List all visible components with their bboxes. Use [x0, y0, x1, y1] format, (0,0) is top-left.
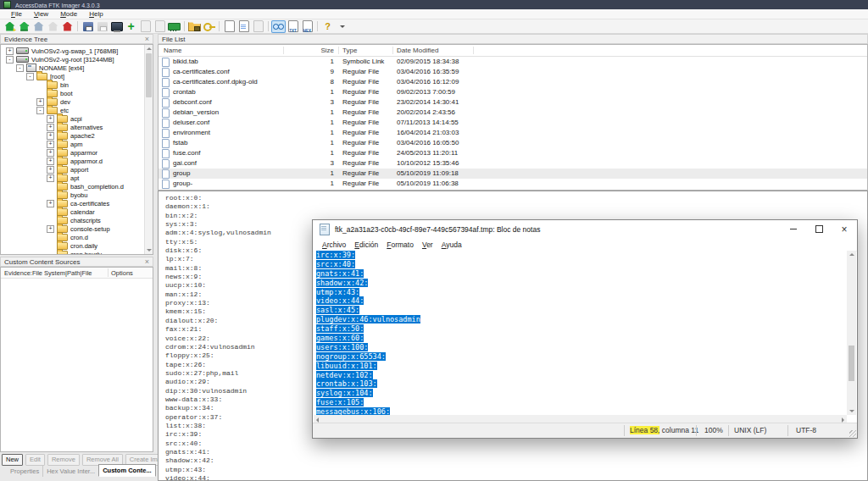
- help-button[interactable]: [320, 20, 335, 33]
- tree-expander-icon[interactable]: [6, 47, 14, 55]
- column-header-date-modified[interactable]: Date Modified: [397, 45, 438, 56]
- close-icon[interactable]: ×: [145, 258, 149, 265]
- bottom-tab[interactable]: Custom Conte...: [98, 464, 156, 477]
- column-divider[interactable]: [392, 47, 393, 54]
- menu-item[interactable]: View: [28, 10, 54, 18]
- bottom-tab[interactable]: Hex Value Inter...: [42, 466, 98, 477]
- image-mounting-button[interactable]: [31, 20, 46, 33]
- tree-item[interactable]: apache2: [1, 131, 145, 140]
- obtain-protected-files-button[interactable]: [187, 20, 202, 33]
- notepad-titlebar[interactable]: ftk_a2a31a23-c0cb-49cf-89e7-449c567394af…: [313, 220, 857, 238]
- menu-item[interactable]: Mode: [54, 10, 83, 18]
- tree-item[interactable]: console-setup: [1, 224, 145, 233]
- scroll-up-icon[interactable]: [849, 253, 854, 256]
- tree-item[interactable]: calendar: [1, 207, 145, 216]
- remove-evidence-item-button[interactable]: [46, 20, 60, 33]
- tree-expander-icon[interactable]: [36, 98, 44, 106]
- tree-expander-icon[interactable]: [47, 225, 54, 233]
- file-row[interactable]: fuse.conf 1 Regular File 24/05/2013 11:2…: [159, 148, 867, 158]
- maximize-button[interactable]: [806, 220, 832, 238]
- remove-all-evidence-items-button[interactable]: [60, 20, 75, 33]
- tree-item[interactable]: apm: [1, 140, 145, 148]
- tree-item[interactable]: cron.daily: [1, 241, 145, 250]
- scroll-thumb[interactable]: [146, 53, 152, 97]
- create-custom-content-image-button[interactable]: [138, 20, 153, 33]
- column-header-type[interactable]: Type: [342, 45, 357, 56]
- tree-item[interactable]: alternatives: [1, 123, 145, 131]
- add-evidence-item-button[interactable]: [3, 20, 17, 33]
- tree-item[interactable]: ca-certificates: [1, 199, 145, 207]
- tree-expander-icon[interactable]: [47, 132, 54, 140]
- resize-grip[interactable]: [849, 430, 856, 437]
- tree-item[interactable]: bin: [1, 80, 145, 89]
- tree-item[interactable]: apt: [1, 174, 145, 182]
- file-row[interactable]: blkid.tab 1 Symbolic Link 02/09/2015 18:…: [159, 57, 867, 67]
- menu-item[interactable]: File: [5, 10, 28, 18]
- tree-expander-icon[interactable]: [26, 73, 34, 80]
- text-mode-button[interactable]: [286, 20, 300, 33]
- tree-item[interactable]: etc: [1, 106, 145, 114]
- notepad-text-area[interactable]: irc:x:39:src:x:40:gnats:x:41:shadow:x:42…: [314, 251, 847, 415]
- tree-expander-icon[interactable]: [47, 200, 54, 207]
- scroll-down-icon[interactable]: [147, 249, 152, 252]
- create-disk-image-button[interactable]: [81, 20, 95, 33]
- file-row[interactable]: gai.conf 3 Regular File 10/10/2012 15:35…: [159, 158, 867, 169]
- toolbar-options-dropdown[interactable]: [335, 20, 349, 33]
- column-header-name[interactable]: Name: [164, 45, 181, 56]
- tree-item[interactable]: apport: [1, 165, 145, 174]
- tree-expander-icon[interactable]: [47, 166, 54, 174]
- bottom-tab[interactable]: Properties: [7, 466, 42, 477]
- custom-content-button[interactable]: Edit: [25, 454, 45, 466]
- export-disk-image-button[interactable]: [95, 20, 109, 33]
- detect-efs-encryption-button[interactable]: [202, 20, 216, 33]
- file-row[interactable]: environment 1 Regular File 16/04/2014 21…: [159, 128, 867, 138]
- tree-expander-icon[interactable]: [47, 149, 54, 157]
- menu-item[interactable]: Help: [83, 10, 108, 18]
- minimize-button[interactable]: [781, 220, 806, 238]
- notepad-vertical-scrollbar[interactable]: [847, 251, 856, 415]
- close-icon[interactable]: ×: [145, 36, 149, 42]
- column-divider[interactable]: [473, 47, 474, 54]
- notepad-menu-item[interactable]: Ver: [418, 240, 437, 249]
- tree-item[interactable]: VulnOSv2-vg-swap_1 [768MB]: [1, 47, 145, 55]
- file-row[interactable]: debconf.conf 3 Regular File 23/02/2014 1…: [159, 97, 867, 108]
- tree-expander-icon[interactable]: [6, 56, 14, 64]
- scroll-up-icon[interactable]: [147, 47, 152, 50]
- file-row[interactable]: fstab 1 Regular File 03/04/2016 16:05:50: [159, 138, 867, 148]
- column-header-options[interactable]: Options: [111, 269, 133, 277]
- scroll-thumb[interactable]: [849, 346, 854, 381]
- tree-item[interactable]: VulnOSv2-vg-root [31244MB]: [1, 55, 145, 64]
- column-divider[interactable]: [338, 47, 339, 54]
- tree-expander-icon[interactable]: [47, 124, 54, 131]
- notepad-menu-item[interactable]: Archivo: [318, 240, 350, 249]
- tree-item[interactable]: apparmor: [1, 148, 145, 157]
- notepad-menu-item[interactable]: Formato: [382, 240, 418, 249]
- tree-scrollbar[interactable]: [144, 45, 153, 254]
- tree-expander-icon[interactable]: [47, 115, 54, 123]
- tree-item[interactable]: boot: [1, 89, 145, 97]
- export-directory-listing-button[interactable]: [251, 20, 265, 33]
- add-to-custom-content-image-button[interactable]: [124, 20, 138, 33]
- tree-item[interactable]: [root]: [1, 72, 145, 80]
- file-row[interactable]: deluser.conf 1 Regular File 07/11/2013 1…: [159, 118, 867, 128]
- tree-item[interactable]: bash_completion.d: [1, 182, 145, 191]
- tree-item[interactable]: chatscripts: [1, 216, 145, 224]
- column-divider[interactable]: [283, 47, 284, 54]
- tree-item[interactable]: cron.hourly: [1, 250, 145, 254]
- auto-mode-button[interactable]: [271, 20, 286, 33]
- custom-content-button[interactable]: New: [2, 454, 23, 466]
- file-row[interactable]: group 1 Regular File 05/10/2019 11:09:18: [159, 169, 867, 179]
- capture-memory-button[interactable]: [167, 20, 181, 33]
- export-file-hash-list-button[interactable]: [236, 20, 251, 33]
- scroll-down-icon[interactable]: [849, 410, 854, 412]
- verify-drive-image-button[interactable]: [222, 20, 236, 33]
- decrypt-ad1-image-button[interactable]: [153, 20, 167, 33]
- close-button[interactable]: [832, 220, 857, 238]
- tree-expander-icon[interactable]: [16, 64, 24, 72]
- export-logical-image-button[interactable]: [109, 20, 124, 33]
- file-row[interactable]: ca-certificates.conf.dpkg-old 8 Regular …: [159, 77, 867, 87]
- tree-expander-icon[interactable]: [47, 141, 54, 148]
- tree-item[interactable]: dev: [1, 97, 145, 106]
- tree-item[interactable]: NONAME [ext4]: [1, 64, 145, 72]
- notepad-menu-item[interactable]: Ayuda: [437, 240, 466, 249]
